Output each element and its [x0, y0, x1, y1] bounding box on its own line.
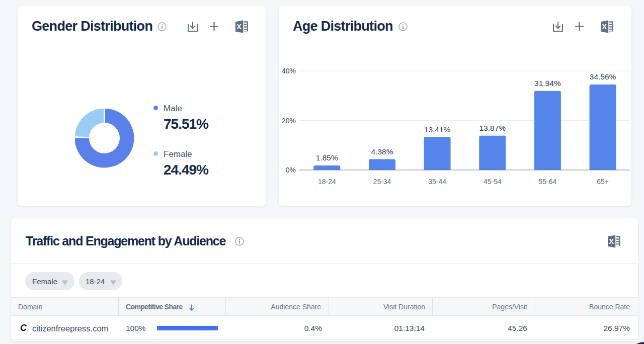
svg-text:1.85%: 1.85% — [316, 153, 338, 162]
svg-text:25-34: 25-34 — [373, 178, 391, 186]
svg-text:40%: 40% — [282, 67, 296, 75]
svg-text:4.38%: 4.38% — [371, 147, 393, 156]
svg-text:31.94%: 31.94% — [534, 79, 561, 88]
svg-text:65+: 65+ — [597, 178, 609, 186]
svg-text:55-64: 55-64 — [538, 178, 556, 186]
svg-text:X: X — [609, 237, 614, 245]
svg-text:X: X — [236, 23, 242, 31]
svg-text:35-44: 35-44 — [428, 178, 446, 186]
svg-text:20%: 20% — [282, 117, 296, 125]
svg-text:13.87%: 13.87% — [479, 124, 506, 132]
svg-text:0%: 0% — [286, 166, 296, 174]
svg-text:34.56%: 34.56% — [590, 72, 616, 81]
svg-text:45-54: 45-54 — [484, 178, 502, 186]
svg-text:13.41%: 13.41% — [424, 125, 451, 134]
svg-text:18-24: 18-24 — [318, 178, 336, 186]
